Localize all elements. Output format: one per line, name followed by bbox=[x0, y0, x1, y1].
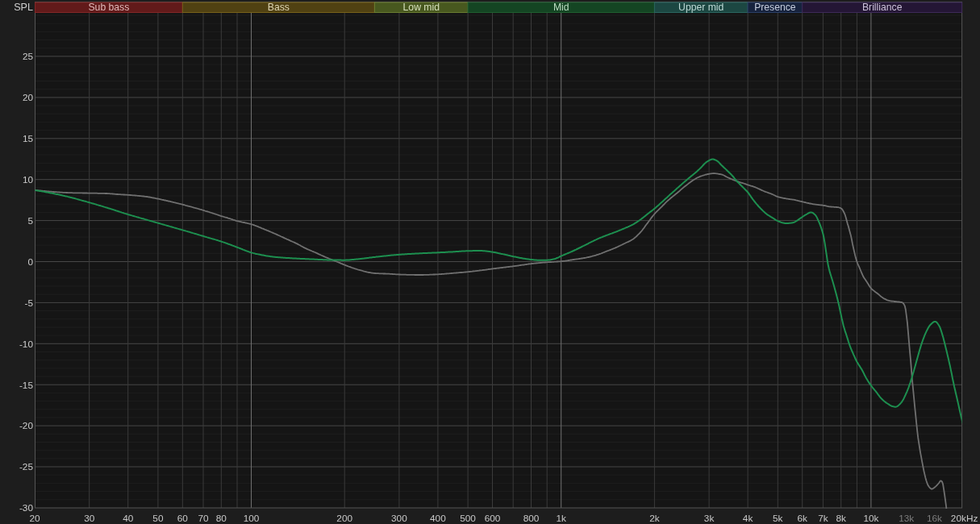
svg-text:5: 5 bbox=[27, 215, 33, 227]
svg-text:7k: 7k bbox=[818, 513, 828, 524]
svg-text:40: 40 bbox=[123, 513, 134, 524]
svg-text:-20: -20 bbox=[19, 420, 33, 431]
svg-text:-5: -5 bbox=[25, 297, 34, 309]
svg-text:100: 100 bbox=[244, 513, 260, 524]
svg-text:4k: 4k bbox=[743, 513, 753, 524]
svg-text:200: 200 bbox=[336, 513, 352, 524]
svg-text:20: 20 bbox=[23, 92, 34, 103]
svg-text:400: 400 bbox=[430, 513, 446, 524]
svg-text:Sub bass: Sub bass bbox=[88, 2, 129, 13]
svg-text:2k: 2k bbox=[649, 513, 660, 524]
svg-text:600: 600 bbox=[485, 513, 501, 524]
svg-text:30: 30 bbox=[84, 513, 95, 524]
svg-text:5k: 5k bbox=[773, 513, 783, 524]
svg-text:Bass: Bass bbox=[268, 2, 290, 13]
svg-text:60: 60 bbox=[177, 513, 189, 524]
svg-text:300: 300 bbox=[391, 513, 407, 524]
svg-text:-25: -25 bbox=[19, 461, 33, 472]
svg-text:10k: 10k bbox=[863, 513, 878, 524]
svg-text:15: 15 bbox=[23, 133, 34, 144]
svg-text:Brilliance: Brilliance bbox=[862, 2, 903, 13]
svg-text:1k: 1k bbox=[556, 513, 566, 524]
svg-text:Mid: Mid bbox=[553, 2, 569, 13]
svg-text:Presence: Presence bbox=[754, 2, 796, 13]
svg-text:25: 25 bbox=[23, 51, 34, 62]
svg-text:70: 70 bbox=[198, 513, 209, 524]
svg-text:500: 500 bbox=[460, 513, 476, 524]
svg-text:13k: 13k bbox=[899, 513, 914, 524]
svg-text:50: 50 bbox=[152, 513, 164, 524]
svg-text:16k: 16k bbox=[927, 513, 942, 524]
svg-text:Low mid: Low mid bbox=[403, 2, 440, 13]
svg-text:6k: 6k bbox=[797, 513, 807, 524]
svg-text:20kHz: 20kHz bbox=[951, 513, 978, 524]
svg-text:10: 10 bbox=[23, 174, 34, 185]
svg-text:-10: -10 bbox=[19, 339, 33, 350]
svg-text:3k: 3k bbox=[704, 513, 715, 524]
svg-text:0: 0 bbox=[27, 256, 33, 268]
svg-text:8k: 8k bbox=[836, 513, 846, 524]
svg-text:SPL: SPL bbox=[14, 2, 33, 13]
svg-text:800: 800 bbox=[523, 513, 540, 524]
svg-text:-15: -15 bbox=[19, 380, 33, 391]
svg-text:20: 20 bbox=[29, 513, 40, 524]
svg-text:Upper mid: Upper mid bbox=[678, 2, 724, 13]
svg-text:80: 80 bbox=[216, 513, 227, 524]
